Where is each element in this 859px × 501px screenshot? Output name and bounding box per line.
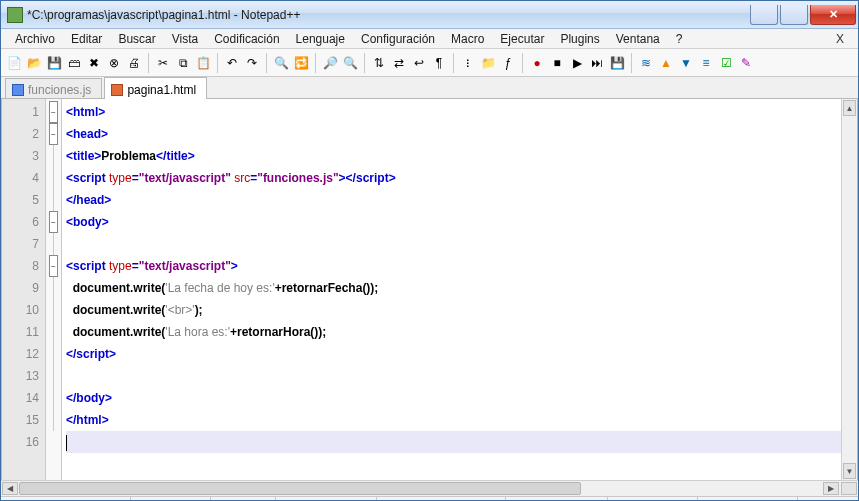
maximize-button[interactable] (780, 5, 808, 25)
fold-cell[interactable] (46, 409, 61, 431)
close-file-icon[interactable]: ✖ (85, 54, 103, 72)
fold-cell[interactable] (46, 387, 61, 409)
code-line[interactable]: <script type="text/javascript"> (66, 255, 841, 277)
fold-cell[interactable] (46, 343, 61, 365)
tool1-icon[interactable]: ≋ (637, 54, 655, 72)
save-macro-icon[interactable]: 💾 (608, 54, 626, 72)
code-line[interactable]: document.write('La hora es:'+retornarHor… (66, 321, 841, 343)
fold-cell[interactable]: − (46, 123, 61, 145)
fold-cell[interactable] (46, 365, 61, 387)
fold-cell[interactable] (46, 299, 61, 321)
play-macro-icon[interactable]: ▶ (568, 54, 586, 72)
save-icon[interactable]: 💾 (45, 54, 63, 72)
tool6-icon[interactable]: ✎ (737, 54, 755, 72)
tool5-icon[interactable]: ☑ (717, 54, 735, 72)
menu-bar: Archivo Editar Buscar Vista Codificación… (1, 29, 858, 49)
code-area[interactable]: <html><head><title>Problema</title><scri… (62, 99, 841, 480)
open-file-icon[interactable]: 📂 (25, 54, 43, 72)
menu-codificacion[interactable]: Codificación (206, 30, 287, 48)
scroll-track[interactable] (19, 481, 822, 496)
sync-h-icon[interactable]: ⇄ (390, 54, 408, 72)
menu-help[interactable]: ? (668, 30, 691, 48)
code-line[interactable]: <html> (66, 101, 841, 123)
fold-cell[interactable] (46, 321, 61, 343)
function-list-icon[interactable]: ƒ (499, 54, 517, 72)
fold-cell[interactable] (46, 189, 61, 211)
folder-as-workspace-icon[interactable]: 📁 (479, 54, 497, 72)
menu-vista[interactable]: Vista (164, 30, 206, 48)
find-icon[interactable]: 🔍 (272, 54, 290, 72)
undo-icon[interactable]: ↶ (223, 54, 241, 72)
scroll-corner (841, 482, 857, 495)
code-line[interactable]: document.write('<br>'); (66, 299, 841, 321)
code-line[interactable] (66, 431, 841, 453)
menu-ejecutar[interactable]: Ejecutar (492, 30, 552, 48)
code-line[interactable]: <script type="text/javascript" src="func… (66, 167, 841, 189)
menu-configuracion[interactable]: Configuración (353, 30, 443, 48)
menu-lenguaje[interactable]: Lenguaje (288, 30, 353, 48)
fold-cell[interactable]: − (46, 255, 61, 277)
close-all-icon[interactable]: ⊗ (105, 54, 123, 72)
copy-icon[interactable]: ⧉ (174, 54, 192, 72)
scroll-track[interactable] (842, 117, 857, 462)
zoom-out-icon[interactable]: 🔍 (341, 54, 359, 72)
new-file-icon[interactable]: 📄 (5, 54, 23, 72)
save-all-icon[interactable]: 🗃 (65, 54, 83, 72)
menu-macro[interactable]: Macro (443, 30, 492, 48)
tool3-icon[interactable]: ▼ (677, 54, 695, 72)
scroll-down-icon[interactable]: ▼ (843, 463, 856, 479)
wrap-icon[interactable]: ↩ (410, 54, 428, 72)
sync-v-icon[interactable]: ⇅ (370, 54, 388, 72)
code-line[interactable]: <body> (66, 211, 841, 233)
menu-x[interactable]: X (828, 30, 852, 48)
menu-plugins[interactable]: Plugins (552, 30, 607, 48)
scroll-up-icon[interactable]: ▲ (843, 100, 856, 116)
code-line[interactable]: document.write('La fecha de hoy es:'+ret… (66, 277, 841, 299)
code-line[interactable]: <title>Problema</title> (66, 145, 841, 167)
menu-ventana[interactable]: Ventana (608, 30, 668, 48)
scrollbar-vertical[interactable]: ▲ ▼ (841, 99, 857, 480)
menu-buscar[interactable]: Buscar (110, 30, 163, 48)
fold-minus-icon[interactable]: − (49, 211, 58, 233)
fold-cell[interactable] (46, 277, 61, 299)
paste-icon[interactable]: 📋 (194, 54, 212, 72)
print-icon[interactable]: 🖨 (125, 54, 143, 72)
play-multi-icon[interactable]: ⏭ (588, 54, 606, 72)
scroll-right-icon[interactable]: ▶ (823, 482, 839, 495)
code-line[interactable]: </html> (66, 409, 841, 431)
fold-minus-icon[interactable]: − (49, 101, 58, 123)
replace-icon[interactable]: 🔁 (292, 54, 310, 72)
stop-macro-icon[interactable]: ■ (548, 54, 566, 72)
zoom-in-icon[interactable]: 🔎 (321, 54, 339, 72)
code-line[interactable] (66, 233, 841, 255)
fold-cell[interactable]: − (46, 211, 61, 233)
record-macro-icon[interactable]: ● (528, 54, 546, 72)
tool4-icon[interactable]: ≡ (697, 54, 715, 72)
scroll-thumb[interactable] (19, 482, 581, 495)
fold-minus-icon[interactable]: − (49, 123, 58, 145)
redo-icon[interactable]: ↷ (243, 54, 261, 72)
fold-cell[interactable] (46, 233, 61, 255)
code-line[interactable]: </script> (66, 343, 841, 365)
menu-archivo[interactable]: Archivo (7, 30, 63, 48)
close-button[interactable]: ✕ (810, 5, 856, 25)
code-line[interactable]: </body> (66, 387, 841, 409)
tab-pagina1-html[interactable]: pagina1.html (104, 77, 207, 99)
code-line[interactable] (66, 365, 841, 387)
show-all-icon[interactable]: ¶ (430, 54, 448, 72)
fold-minus-icon[interactable]: − (49, 255, 58, 277)
scrollbar-horizontal[interactable]: ◀ ▶ (1, 480, 858, 496)
code-line[interactable]: </head> (66, 189, 841, 211)
minimize-button[interactable] (750, 5, 778, 25)
tab-funciones-js[interactable]: funciones.js (5, 78, 102, 98)
tool2-icon[interactable]: ▲ (657, 54, 675, 72)
fold-cell[interactable] (46, 145, 61, 167)
code-line[interactable]: <head> (66, 123, 841, 145)
fold-cell[interactable]: − (46, 101, 61, 123)
scroll-left-icon[interactable]: ◀ (2, 482, 18, 495)
fold-cell[interactable] (46, 431, 61, 453)
fold-cell[interactable] (46, 167, 61, 189)
menu-editar[interactable]: Editar (63, 30, 110, 48)
indent-guide-icon[interactable]: ⫶ (459, 54, 477, 72)
cut-icon[interactable]: ✂ (154, 54, 172, 72)
